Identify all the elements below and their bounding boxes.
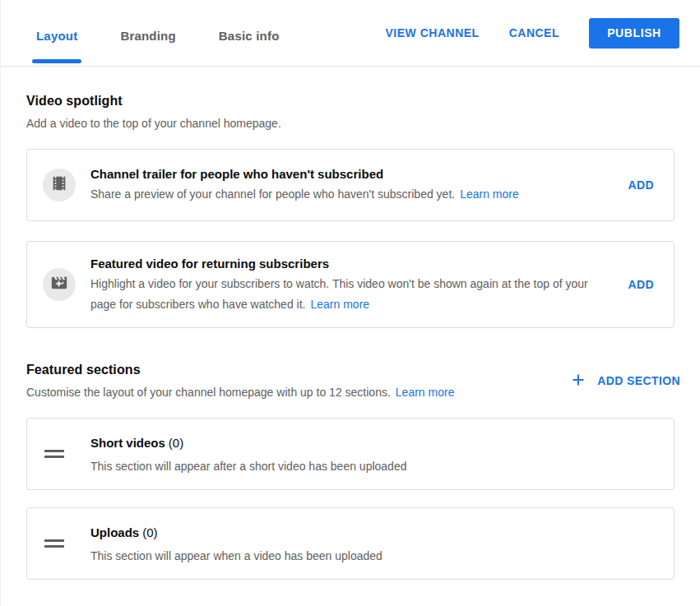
add-featured-video-button[interactable]: ADD [628, 278, 654, 291]
view-channel-button[interactable]: VIEW CHANNEL [386, 26, 480, 39]
plus-icon [572, 373, 585, 389]
drag-handle-icon[interactable] [44, 539, 64, 548]
add-section-label: ADD SECTION [597, 374, 680, 387]
icon-circle [43, 169, 76, 201]
uploads-section-card: Uploads(0) This section will appear when… [26, 507, 675, 580]
channel-customization-header: Layout Branding Basic info VIEW CHANNEL … [1, 0, 700, 67]
featured-sections-heading-block: Featured sections Customise the layout o… [26, 361, 454, 400]
section-name: Short videos [90, 436, 165, 450]
learn-more-link[interactable]: Learn more [460, 187, 519, 201]
short-videos-section-card: Short videos(0) This section will appear… [26, 418, 675, 490]
film-strip-icon [50, 174, 68, 196]
tab-basic-info-label: Basic info [219, 29, 280, 43]
movie-sparkle-icon [50, 274, 68, 295]
video-spotlight-description: Add a video to the top of your channel h… [26, 115, 675, 132]
header-actions: VIEW CHANNEL CANCEL PUBLISH [386, 0, 679, 66]
section-name: Uploads [90, 525, 139, 539]
section-count: (0) [169, 436, 183, 450]
section-info: Short videos(0) This section will appear… [90, 434, 406, 474]
learn-more-link[interactable]: Learn more [396, 386, 455, 399]
icon-circle [43, 268, 76, 301]
section-title-row: Short videos(0) [90, 434, 406, 451]
section-description: This section will appear when a video ha… [90, 548, 382, 564]
section-count: (0) [142, 525, 157, 539]
add-section-button[interactable]: ADD SECTION [572, 373, 680, 389]
tab-branding-label: Branding [120, 29, 175, 43]
tab-branding[interactable]: Branding [120, 0, 175, 66]
featured-video-description: Highlight a video for your subscribers t… [90, 274, 614, 315]
featured-video-card: Featured video for returning subscribers… [26, 241, 675, 328]
publish-button[interactable]: PUBLISH [589, 18, 679, 49]
featured-sections-description: Customise the layout of your channel hom… [26, 384, 454, 400]
cancel-button[interactable]: CANCEL [509, 26, 559, 39]
featured-sections-header: Featured sections Customise the layout o… [26, 361, 675, 400]
featured-video-title: Featured video for returning subscribers [90, 255, 614, 272]
description-text: Share a preview of your channel for peop… [90, 187, 455, 201]
drag-handle-icon[interactable] [44, 450, 64, 458]
tab-bar: Layout Branding Basic info [36, 0, 280, 66]
tab-layout[interactable]: Layout [36, 0, 77, 66]
layout-tab-content: Video spotlight Add a video to the top o… [1, 67, 700, 580]
section-description: This section will appear after a short v… [90, 458, 406, 474]
tab-basic-info[interactable]: Basic info [219, 0, 280, 66]
active-tab-underline [32, 59, 81, 63]
featured-sections-title: Featured sections [26, 361, 454, 379]
channel-trailer-card: Channel trailer for people who haven't s… [26, 149, 675, 221]
section-title-row: Uploads(0) [90, 524, 382, 541]
card-text: Featured video for returning subscribers… [90, 255, 628, 315]
section-info: Uploads(0) This section will appear when… [90, 524, 382, 564]
video-spotlight-title: Video spotlight [26, 92, 675, 110]
description-text: Customise the layout of your channel hom… [26, 386, 391, 399]
channel-trailer-title: Channel trailer for people who haven't s… [90, 165, 614, 183]
add-trailer-button[interactable]: ADD [628, 178, 654, 192]
card-text: Channel trailer for people who haven't s… [90, 165, 628, 205]
learn-more-link[interactable]: Learn more [310, 298, 369, 311]
channel-trailer-description: Share a preview of your channel for peop… [90, 184, 614, 205]
tab-layout-label: Layout [36, 29, 77, 43]
